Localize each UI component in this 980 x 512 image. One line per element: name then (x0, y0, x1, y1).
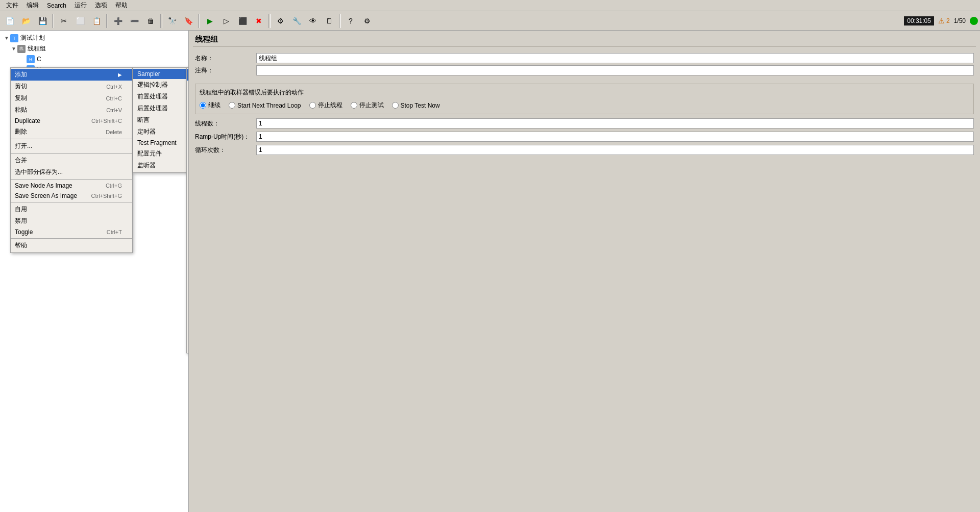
ctx-save-screen-label: Save Screen As Image (15, 192, 77, 199)
sampler-jms-sub[interactable]: JMS Subscriber (187, 174, 189, 184)
sampler-ws-single-read[interactable]: WebSocket Single Read Sampler (187, 321, 189, 331)
menubar: 文件 编辑 Search 运行 选项 帮助 (0, 0, 980, 11)
remove-button[interactable]: ➖ (127, 13, 142, 29)
sampler-access-log[interactable]: Access Log Sampler (187, 111, 189, 121)
menu-options[interactable]: 选项 (91, 0, 111, 11)
paste-button[interactable]: 📋 (89, 13, 104, 29)
comment-label: 注释： (195, 66, 256, 75)
sampler-jsr223[interactable]: JSR223 Sampler (187, 184, 189, 194)
menu-help[interactable]: 帮助 (111, 0, 132, 11)
right-panel-title: 线程组 (189, 31, 980, 46)
radio-next-thread-input[interactable] (229, 102, 235, 109)
sampler-jms-p2p[interactable]: JMS Point-to-Point (187, 153, 189, 164)
loop-count-input[interactable] (256, 145, 974, 155)
tag-button[interactable]: 🔖 (181, 13, 196, 29)
sampler-ws-close[interactable]: WebSocket Close (187, 280, 189, 291)
menu-file[interactable]: 文件 (2, 0, 22, 11)
ctx-save-screen[interactable]: Save Screen As Image Ctrl+Shift+G (11, 191, 132, 201)
sampler-java[interactable]: Java请求 (187, 204, 189, 216)
sampler-ws-sampler[interactable]: WebSocket Sampler (187, 311, 189, 321)
ctx-paste[interactable]: 粘贴 Ctrl+V (11, 104, 132, 116)
open-button[interactable]: 📂 (18, 13, 34, 29)
radio-stop-thread[interactable]: 停止线程 (309, 101, 342, 110)
sampler-ws-single-write[interactable]: WebSocket Single Write Sampler (187, 331, 189, 342)
submenu-assertion[interactable]: 断言 ▶ (133, 114, 189, 126)
clear-button[interactable]: 🗑 (143, 13, 158, 29)
sampler-beanshell[interactable]: BeanShell Sampler (187, 121, 189, 132)
radio-stop-test-now-input[interactable] (392, 102, 399, 109)
sampler-http[interactable]: HTTP请求 (187, 69, 189, 81)
sampler-jdbc[interactable]: JDBC Request (187, 143, 189, 153)
ctx-disable[interactable]: 禁用 (11, 215, 132, 227)
sampler-ftp[interactable]: FTP请求 (187, 132, 189, 143)
sampler-ldap-ext[interactable]: LDAP Extended Request (187, 216, 189, 226)
radio-stop-test[interactable]: 停止测试 (351, 101, 384, 110)
submenu-fragment[interactable]: Test Fragment ▶ (133, 138, 189, 148)
radio-stop-test-input[interactable] (351, 102, 357, 109)
new-button[interactable]: 📄 (2, 13, 17, 29)
sampler-smtp[interactable]: SMTP Sampler (187, 259, 189, 269)
sampler-ajp[interactable]: AJP/1.3 Sampler (187, 101, 189, 111)
submenu-postprocessor[interactable]: 后置处理器 ▶ (133, 103, 189, 114)
ctx-enable[interactable]: 自用 (11, 203, 132, 215)
radio-continue[interactable]: 继续 (200, 101, 220, 110)
tools-btn2[interactable]: 🔧 (289, 13, 304, 29)
name-input[interactable] (256, 53, 974, 63)
sampler-test-action[interactable]: Test Action (187, 81, 189, 91)
radio-stop-test-now[interactable]: Stop Test Now (392, 102, 440, 109)
comment-input[interactable] (256, 65, 974, 75)
ctx-save-partial[interactable]: 选中部分保存为... (11, 166, 132, 178)
tools-btn1[interactable]: ⚙ (273, 13, 288, 29)
submenu-sampler[interactable]: Sampler ▶ (133, 69, 189, 79)
ctx-cut[interactable]: 剪切 Ctrl+X (11, 81, 132, 92)
submenu-preprocessor[interactable]: 前置处理器 ▶ (133, 91, 189, 103)
sampler-mail-reader[interactable]: Mail Reader Sampler (187, 238, 189, 248)
sampler-debug[interactable]: Debug Sampler (187, 91, 189, 101)
sampler-ws-req-resp[interactable]: WebSocket request-response Sampler (187, 342, 189, 352)
tree-item-plan[interactable]: ▼ T 测试计划 (2, 33, 186, 43)
plugin-button[interactable]: ⚙ (359, 13, 375, 29)
radio-continue-input[interactable] (200, 102, 206, 109)
close-button[interactable]: ✖ (251, 13, 266, 29)
add-button[interactable]: ➕ (110, 13, 126, 29)
run-start-button[interactable]: ▷ (218, 13, 234, 29)
cut-button[interactable]: ✂ (56, 13, 71, 29)
radio-stop-thread-input[interactable] (309, 102, 316, 109)
menu-search[interactable]: Search (43, 1, 70, 10)
sampler-tcp[interactable]: TCP取样器 (187, 269, 189, 280)
tree-item-thread[interactable]: ▼ 线 线程组 (2, 43, 186, 54)
sampler-ws-open[interactable]: WebSocket Open Connection (187, 291, 189, 301)
submenu-config[interactable]: 配置元件 ▶ (133, 148, 189, 160)
sampler-jms-pub[interactable]: JMS Publisher (187, 164, 189, 174)
ctx-copy[interactable]: 复制 Ctrl+C (11, 92, 132, 104)
sampler-ws-ping[interactable]: WebSocket Ping/Pong (187, 301, 189, 311)
browse-button[interactable]: 🔭 (164, 13, 180, 29)
ctx-merge[interactable]: 合并 (11, 155, 132, 166)
stop-button[interactable]: ⬛ (235, 13, 250, 29)
ctx-duplicate[interactable]: Duplicate Ctrl+Shift+C (11, 116, 132, 126)
ctx-save-node[interactable]: Save Node As Image Ctrl+G (11, 181, 132, 191)
submenu-timer[interactable]: 定时器 ▶ (133, 126, 189, 138)
ctx-toggle[interactable]: Toggle Ctrl+T (11, 227, 132, 237)
menu-run[interactable]: 运行 (70, 0, 91, 11)
sampler-os-process[interactable]: OS Process Sampler (187, 248, 189, 259)
submenu-listener[interactable]: 监听器 ▶ (133, 160, 189, 171)
num-threads-input[interactable] (256, 118, 974, 129)
help-button[interactable]: ? (343, 13, 358, 29)
ctx-add[interactable]: 添加 ▶ (11, 69, 132, 81)
run-button[interactable]: ▶ (202, 13, 217, 29)
copy-button[interactable]: ⬜ (72, 13, 88, 29)
tools-btn4[interactable]: 🗒 (322, 13, 337, 29)
submenu-logic[interactable]: 逻辑控制器 ▶ (133, 79, 189, 91)
ctx-delete[interactable]: 删除 Delete (11, 126, 132, 138)
tools-btn3[interactable]: 👁 (305, 13, 321, 29)
save-button[interactable]: 💾 (35, 13, 50, 29)
menu-edit[interactable]: 编辑 (22, 0, 43, 11)
sampler-junit[interactable]: JUnit Request (187, 194, 189, 204)
radio-next-thread[interactable]: Start Next Thread Loop (229, 102, 301, 109)
tree-item-h1[interactable]: H C (2, 54, 186, 64)
ctx-open[interactable]: 打开... (11, 140, 132, 152)
sampler-ldap[interactable]: LDAP请求 (187, 226, 189, 238)
ctx-help[interactable]: 帮助 (11, 240, 132, 251)
ramp-up-input[interactable] (256, 132, 974, 142)
